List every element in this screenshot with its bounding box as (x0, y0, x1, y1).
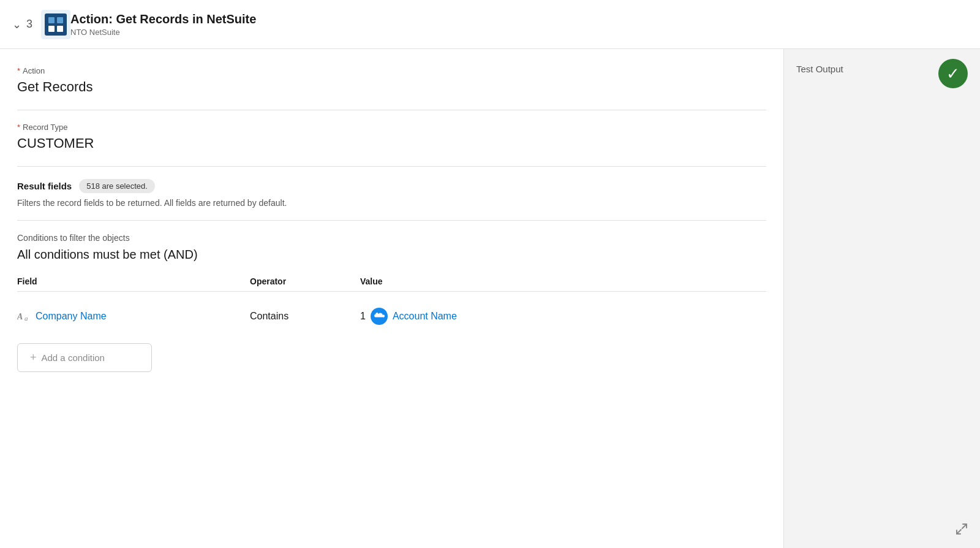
record-type-section: * Record Type CUSTOMER (17, 123, 766, 151)
result-fields-section: Result fields 518 are selected. Filters … (17, 179, 766, 208)
header-subtitle: NTO NetSuite (70, 28, 256, 37)
salesforce-cloud-icon (371, 308, 388, 325)
divider-1 (17, 110, 766, 110)
record-type-label: * Record Type (17, 123, 766, 132)
divider-3 (17, 220, 766, 221)
table-header: Field Operator Value (17, 276, 766, 292)
conditions-title: All conditions must be met (AND) (17, 248, 766, 262)
expand-icon[interactable] (956, 523, 968, 538)
required-asterisk-record: * (17, 123, 20, 132)
value-number: 1 (360, 311, 366, 322)
add-condition-plus-icon: + (30, 351, 37, 364)
col-header-value: Value (360, 276, 766, 286)
result-fields-description: Filters the record fields to be returned… (17, 198, 766, 208)
right-panel: Test Output ✓ (784, 49, 980, 548)
action-label: * Action (17, 66, 766, 75)
record-type-label-text: Record Type (23, 123, 67, 132)
action-label-text: Action (23, 66, 45, 75)
record-type-value: CUSTOMER (17, 135, 766, 151)
svg-rect-4 (48, 26, 55, 32)
result-fields-label: Result fields (17, 181, 72, 191)
header-title-block: Action: Get Records in NetSuite NTO NetS… (70, 12, 256, 37)
add-condition-label: Add a condition (42, 352, 105, 363)
conditions-subtitle: Conditions to filter the objects (17, 233, 766, 243)
test-output-check[interactable]: ✓ (938, 59, 968, 88)
left-panel: * Action Get Records * Record Type CUSTO… (0, 49, 784, 548)
test-output-label: Test Output (796, 64, 843, 74)
operator-cell: Contains (250, 311, 360, 322)
main-layout: * Action Get Records * Record Type CUSTO… (0, 49, 980, 548)
header-title: Action: Get Records in NetSuite (70, 12, 256, 26)
svg-rect-5 (57, 26, 63, 32)
svg-rect-1 (45, 13, 67, 36)
svg-text:A: A (17, 312, 23, 321)
add-condition-button[interactable]: + Add a condition (17, 343, 152, 372)
col-header-operator: Operator (250, 276, 360, 286)
netsuite-logo (41, 10, 70, 39)
conditions-table: Field Operator Value A a (17, 276, 766, 331)
action-section: * Action Get Records (17, 66, 766, 95)
collapse-icon[interactable]: ⌄ (12, 18, 21, 31)
svg-text:a: a (24, 314, 28, 322)
field-type-icon: A a (17, 311, 31, 322)
app-container: ⌄ 3 Action: Get Records in NetSuite NTO … (0, 0, 980, 548)
svg-rect-3 (57, 17, 63, 23)
value-account-name[interactable]: Account Name (393, 311, 457, 322)
result-fields-row: Result fields 518 are selected. (17, 179, 766, 193)
value-cell: 1 Account Name (360, 308, 766, 325)
table-row: A a Company Name Contains 1 (17, 302, 766, 331)
field-company-name[interactable]: Company Name (36, 311, 107, 322)
col-header-field: Field (17, 276, 250, 286)
checkmark-icon: ✓ (946, 66, 960, 82)
conditions-section: Conditions to filter the objects All con… (17, 233, 766, 372)
divider-2 (17, 166, 766, 167)
header: ⌄ 3 Action: Get Records in NetSuite NTO … (0, 0, 980, 49)
svg-rect-2 (48, 17, 55, 23)
result-fields-badge[interactable]: 518 are selected. (79, 179, 155, 193)
field-cell: A a Company Name (17, 311, 250, 322)
step-number: 3 (26, 18, 32, 31)
action-value: Get Records (17, 79, 766, 95)
required-asterisk-action: * (17, 66, 20, 75)
